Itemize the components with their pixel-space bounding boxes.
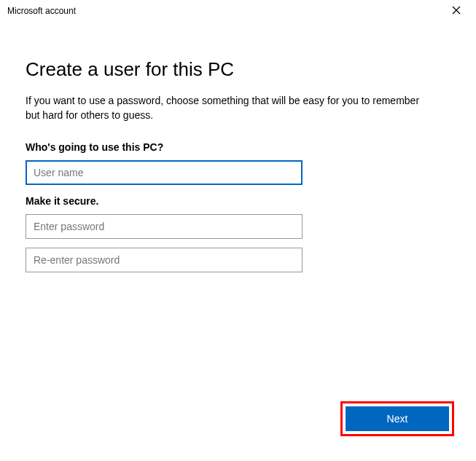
page-subtext: If you want to use a password, choose so… <box>26 94 434 122</box>
password-group: Make it secure. <box>26 195 450 272</box>
content-area: Create a user for this PC If you want to… <box>0 22 476 272</box>
password-section-label: Make it secure. <box>26 195 450 207</box>
username-label: Who's going to use this PC? <box>26 141 450 153</box>
username-group: Who's going to use this PC? <box>26 141 450 185</box>
username-input[interactable] <box>26 160 303 185</box>
password-input[interactable] <box>26 214 303 239</box>
next-button[interactable]: Next <box>346 406 449 431</box>
next-highlight-box: Next <box>340 401 454 436</box>
titlebar: Microsoft account <box>0 0 476 22</box>
close-button[interactable] <box>445 0 467 22</box>
close-icon <box>452 5 461 17</box>
footer: Next <box>340 401 454 436</box>
reenter-password-input[interactable] <box>26 248 303 272</box>
page-title: Create a user for this PC <box>26 58 450 81</box>
window-title: Microsoft account <box>7 6 76 16</box>
